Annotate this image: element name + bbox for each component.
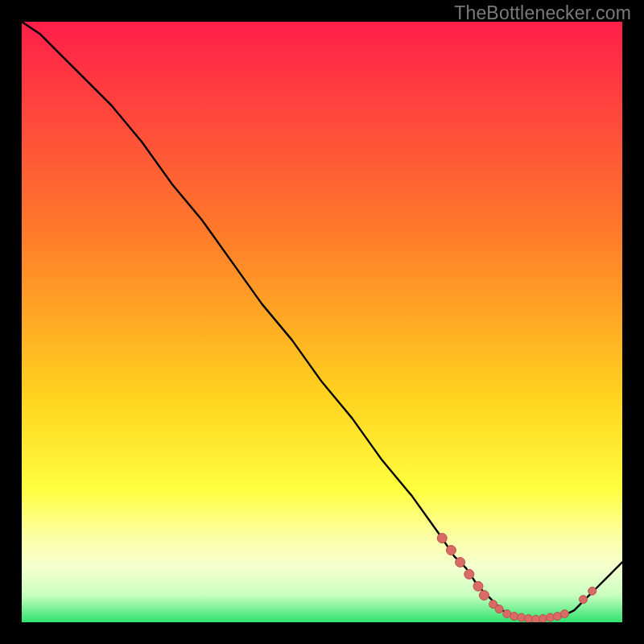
marker-point — [510, 613, 518, 621]
marker-point — [479, 590, 489, 600]
marker-point — [588, 587, 597, 595]
plot-area — [22, 22, 622, 622]
marker-point — [495, 605, 503, 613]
marker-point — [464, 569, 474, 579]
marker-point — [539, 615, 547, 622]
marker-point — [473, 581, 483, 591]
marker-point — [525, 615, 533, 622]
marker-point — [560, 610, 568, 618]
chart-root: TheBottlenecker.com — [0, 0, 644, 644]
marker-point — [546, 613, 554, 621]
marker-point — [437, 534, 447, 543]
marker-point — [456, 557, 465, 567]
marker-point — [446, 545, 456, 555]
watermark-label: TheBottlenecker.com — [454, 2, 631, 24]
curve-layer — [22, 22, 622, 622]
marker-group — [437, 534, 597, 622]
bottleneck-curve — [22, 22, 622, 619]
marker-point — [580, 596, 588, 604]
marker-point — [518, 613, 526, 621]
